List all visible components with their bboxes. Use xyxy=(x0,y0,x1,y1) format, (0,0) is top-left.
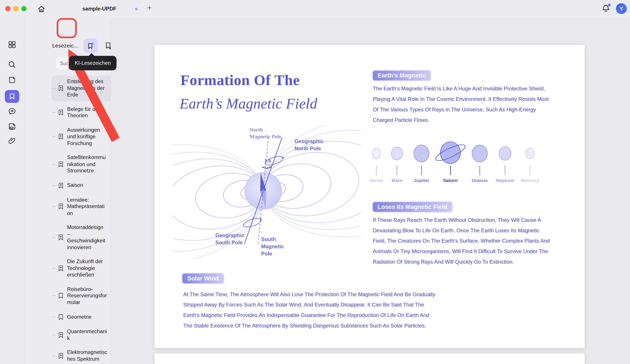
comment-bubble-icon xyxy=(8,107,16,116)
rail-apps-button[interactable] xyxy=(5,38,19,51)
tree-tick xyxy=(52,356,56,356)
ai-bookmark-icon xyxy=(86,41,95,50)
planet-label: Mercury xyxy=(521,178,539,183)
bookmark-item-label: Reisebüro-Reservierungsformular xyxy=(67,286,108,306)
planet-venus: Venus xyxy=(370,148,383,183)
paragraph-line: Stripped Away By Forces Such As The Sola… xyxy=(183,300,435,310)
bookmark-plus-icon xyxy=(58,352,64,360)
doc-title-line1: Formation Of The xyxy=(180,72,300,89)
paragraph-loses-field: If These Rays Reach The Earth Without Ob… xyxy=(373,215,550,267)
planet-label: Saturn xyxy=(443,178,458,183)
paragraph-line: Of The Various Types Of Rays in The Univ… xyxy=(373,104,548,115)
paragraph-line: Charged Particle Flows. xyxy=(373,115,548,125)
tree-tick xyxy=(52,164,56,165)
bookmark-item-label: Motorraddesign – Geschwindigkeit innovie… xyxy=(67,224,108,251)
pdf-page-2-top[interactable] xyxy=(155,354,584,364)
svg-text:Geographic: Geographic xyxy=(215,232,244,238)
panel-title: Lesezeic... xyxy=(52,43,78,49)
planet-mars: Mars xyxy=(391,147,402,183)
tree-tick xyxy=(52,185,56,186)
notification-badge-dot xyxy=(608,4,611,6)
geographic-south-pole-label: Geographic South Pole xyxy=(215,232,244,246)
tree-tick xyxy=(52,334,56,335)
bookmark-plus-icon xyxy=(58,265,64,272)
magnetic-field-diagram: 1.5 North Magnetic Pole Geographic North… xyxy=(173,125,361,259)
titlebar: sample-UPDF + Y xyxy=(0,0,630,18)
home-button[interactable] xyxy=(36,3,48,15)
bookmark-item-label: Entstehung des Magnetfelds der Erde xyxy=(67,78,108,98)
doc-title-line2: Earth’s Magnetic Field xyxy=(180,95,317,112)
ai-bookmark-button[interactable] xyxy=(84,38,98,53)
paragraph-line: Playing A Vital Role In The Cosmic Envir… xyxy=(373,94,548,104)
new-tab-button[interactable]: + xyxy=(147,3,152,12)
rail-bookmarks-button[interactable] xyxy=(5,90,19,103)
bookmark-plus-icon xyxy=(58,331,64,338)
bookmark-plus-icon xyxy=(58,234,64,241)
notifications-button[interactable] xyxy=(601,4,612,14)
bookmark-plus-icon xyxy=(58,133,64,140)
paragraph-line: The Stable Existence Of The Atmosphere B… xyxy=(183,321,435,331)
page-icon xyxy=(8,76,16,84)
bookmark-item-label: Auswirkungen und künftige Forschung xyxy=(67,127,108,146)
bookmark-item-label: Saison xyxy=(67,182,108,188)
tree-tick xyxy=(52,136,56,137)
bookmark-item-label: Belege für die Theorien xyxy=(67,106,108,119)
south-magnetic-pole-label: South Magnetic Pole xyxy=(261,236,284,256)
north-magnetic-pole-label: North Magnetic Pole xyxy=(250,127,281,139)
bookmark-item-label: Satellitenkommunikation und Stromnetze xyxy=(67,154,108,174)
bookmark-icon xyxy=(58,314,64,321)
paragraph-line: Devastating Blow To Life On Earth. Once … xyxy=(373,225,550,236)
svg-text:Pole: Pole xyxy=(261,251,272,256)
rail-pages-button[interactable] xyxy=(5,74,19,86)
bookmark-plus-icon xyxy=(58,109,64,116)
rail-attachments-button[interactable] xyxy=(5,134,19,148)
planet-label: Uranus xyxy=(472,178,488,183)
paragraph-line: At The Same Time, The Atmosphere Will Al… xyxy=(183,289,435,300)
document-thumbnail-icon xyxy=(8,122,16,131)
rail-thumbnails-button[interactable] xyxy=(5,120,19,133)
paragraph-earths-magnetic: The Earth's Magnetic Field Is Like A Hug… xyxy=(373,84,548,125)
paragraph-line: Animals Or Tiny Microorganisms, Will Fin… xyxy=(373,246,550,257)
axis-angle-label: 1.5 xyxy=(264,158,271,163)
grid-icon xyxy=(8,40,16,49)
bookmark-item-label: Elektromagnetisches Spektrum xyxy=(67,349,108,362)
pdf-page-1[interactable]: Formation Of The Earth’s Magnetic Field … xyxy=(155,45,584,348)
rail-divider xyxy=(6,54,18,55)
bookmark-plus-icon xyxy=(58,203,64,210)
bookmarks-panel: Lesezeic... xyxy=(24,18,111,364)
user-avatar[interactable]: Y xyxy=(616,3,627,14)
svg-text:North: North xyxy=(250,127,263,132)
unsaved-changes-dot xyxy=(135,8,138,10)
svg-text:South Pole: South Pole xyxy=(215,240,242,246)
section-badge-loses-field: Loses Its Magnetic Field xyxy=(373,202,452,212)
planet-label: Venus xyxy=(370,178,383,183)
rail-comments-button[interactable] xyxy=(5,105,19,118)
rail-signature-button[interactable] xyxy=(5,363,19,364)
zoom-window-button[interactable] xyxy=(21,6,26,12)
paragraph-line: Earth's Magnetic Field Provides An Indis… xyxy=(183,310,435,321)
tree-tick xyxy=(52,112,56,113)
section-badge-solar-wind: Solar Wind xyxy=(182,274,224,283)
bookmark-icon xyxy=(8,92,16,100)
paragraph-line: The Earth's Magnetic Field Is Like A Hug… xyxy=(373,84,548,94)
annotation-highlight-box xyxy=(57,18,77,38)
svg-text:Magnetic Pole: Magnetic Pole xyxy=(250,134,281,139)
document-tab-title[interactable]: sample-UPDF xyxy=(82,6,116,12)
search-icon xyxy=(8,60,16,69)
minimize-window-button[interactable] xyxy=(13,6,18,12)
planet-saturn: Saturn xyxy=(434,142,467,183)
planet-label: Jupiter xyxy=(414,178,429,183)
bookmark-plus-icon xyxy=(58,85,64,92)
planet-jupiter: Jupiter xyxy=(414,145,429,183)
paragraph-line: Field, The Creatures On The Earth's Surf… xyxy=(373,236,550,246)
paperclip-icon xyxy=(8,136,16,145)
rail-search-button[interactable] xyxy=(5,58,19,71)
tree-tick xyxy=(52,316,56,318)
section-badge-earths-magnetic: Earth's Magnetic xyxy=(373,71,430,80)
close-window-button[interactable] xyxy=(5,6,10,12)
svg-text:North Pole: North Pole xyxy=(294,146,321,152)
svg-text:Magnetic: Magnetic xyxy=(261,244,284,250)
bookmark-item-label: Die Zukunft der Technologie erschließen xyxy=(67,258,108,278)
paragraph-solar-wind: At The Same Time, The Atmosphere Will Al… xyxy=(183,289,435,331)
home-icon xyxy=(37,4,46,13)
